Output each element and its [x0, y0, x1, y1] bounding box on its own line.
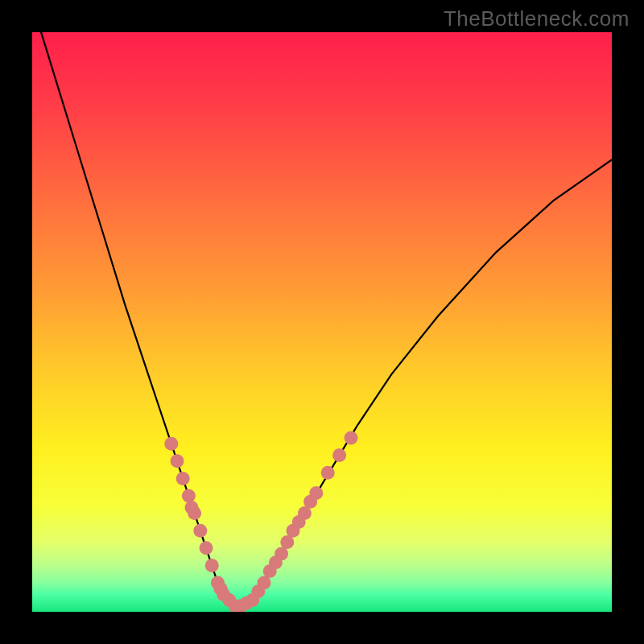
curve-marker	[176, 472, 190, 485]
bottleneck-curve	[32, 32, 612, 606]
curve-marker	[182, 489, 196, 503]
curve-marker	[309, 486, 323, 500]
curve-marker	[332, 448, 346, 462]
curve-marker	[298, 506, 312, 520]
curve-marker	[164, 437, 178, 451]
curve-marker	[205, 559, 219, 572]
curve-marker	[171, 454, 184, 468]
watermark-text: TheBottleneck.com	[444, 6, 630, 31]
curve-marker	[275, 547, 288, 561]
marker-group	[164, 431, 357, 613]
curve-marker	[345, 431, 358, 445]
curve-layer	[32, 32, 612, 612]
curve-marker	[280, 535, 294, 549]
curve-marker	[188, 506, 201, 520]
curve-marker	[321, 466, 335, 480]
chart-stage: TheBottleneck.com	[0, 0, 644, 644]
curve-marker	[200, 541, 213, 555]
curve-marker	[258, 576, 271, 590]
curve-marker	[193, 524, 207, 538]
plot-area	[32, 32, 612, 612]
